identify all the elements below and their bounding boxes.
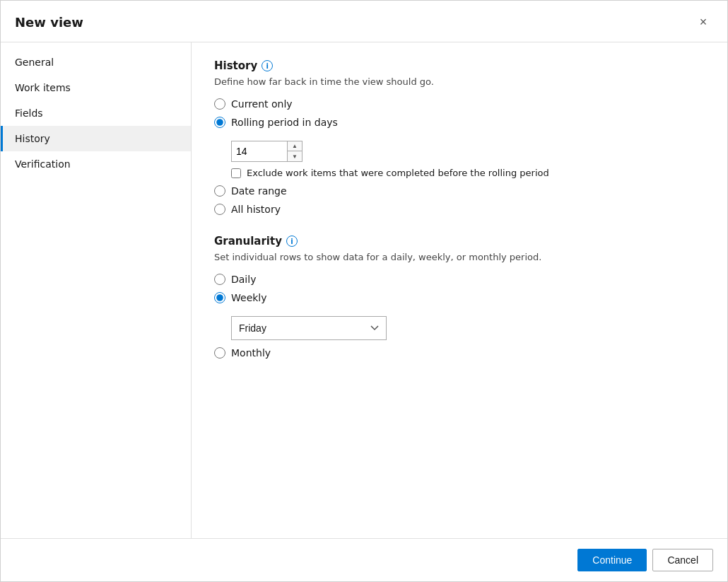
history-option-allhistory[interactable]: All history [214, 204, 705, 215]
exclude-label: Exclude work items that were completed b… [247, 168, 549, 178]
granularity-title: Granularity i [214, 235, 705, 248]
history-label-allhistory: All history [231, 204, 281, 215]
history-radio-rolling[interactable] [214, 117, 225, 128]
dialog-body: GeneralWork itemsFieldsHistoryVerificati… [1, 42, 727, 538]
history-radio-daterange[interactable] [214, 185, 225, 197]
cancel-button[interactable]: Cancel [652, 549, 713, 571]
sidebar-item-work-items[interactable]: Work items [1, 75, 191, 100]
granularity-option-daily[interactable]: Daily [214, 274, 705, 285]
continue-button[interactable]: Continue [577, 549, 647, 571]
history-radio-current[interactable] [214, 98, 225, 110]
history-radio-allhistory[interactable] [214, 204, 225, 215]
granularity-radio-weekly[interactable] [214, 292, 225, 303]
history-title: History i [214, 59, 705, 72]
rolling-sub: ▲ ▼ Exclude work items that were complet… [231, 141, 705, 178]
sidebar-item-fields[interactable]: Fields [1, 100, 191, 126]
history-section: History i Define how far back in time th… [214, 59, 705, 215]
history-info-icon[interactable]: i [262, 60, 273, 71]
granularity-options: Daily Weekly Sunday Monday Tuesday Wed [214, 274, 705, 359]
weekly-sub: Sunday Monday Tuesday Wednesday Thursday… [231, 316, 705, 340]
dialog-header: New view × [1, 1, 727, 42]
granularity-label-monthly: Monthly [231, 347, 271, 359]
sidebar: GeneralWork itemsFieldsHistoryVerificati… [1, 42, 192, 538]
new-view-dialog: New view × GeneralWork itemsFieldsHistor… [0, 0, 728, 582]
history-description: Define how far back in time the view sho… [214, 76, 705, 87]
close-icon: × [700, 15, 708, 30]
history-option-current[interactable]: Current only [214, 98, 705, 110]
sidebar-item-history[interactable]: History [1, 126, 191, 151]
spinner-down[interactable]: ▼ [288, 151, 302, 161]
rolling-days-wrapper: ▲ ▼ [231, 141, 705, 162]
history-option-rolling[interactable]: Rolling period in days [214, 117, 705, 128]
exclude-option[interactable]: Exclude work items that were completed b… [231, 168, 705, 178]
history-label-current: Current only [231, 98, 293, 110]
sidebar-item-general[interactable]: General [1, 50, 191, 75]
granularity-radio-daily[interactable] [214, 274, 225, 285]
sidebar-item-verification[interactable]: Verification [1, 151, 191, 177]
granularity-section: Granularity i Set individual rows to sho… [214, 235, 705, 359]
dialog-footer: Continue Cancel [1, 538, 727, 581]
granularity-description: Set individual rows to show data for a d… [214, 252, 705, 262]
granularity-option-weekly[interactable]: Weekly [214, 292, 705, 303]
close-button[interactable]: × [693, 12, 713, 32]
exclude-checkbox[interactable] [231, 168, 241, 178]
granularity-info-icon[interactable]: i [286, 235, 298, 247]
history-label-rolling: Rolling period in days [231, 117, 338, 128]
history-options: Current only Rolling period in days ▲ [214, 98, 705, 215]
granularity-label-weekly: Weekly [231, 292, 267, 303]
spinner-buttons: ▲ ▼ [288, 141, 303, 162]
granularity-radio-monthly[interactable] [214, 347, 225, 359]
granularity-option-monthly[interactable]: Monthly [214, 347, 705, 359]
spinner-up[interactable]: ▲ [288, 141, 302, 151]
history-option-daterange[interactable]: Date range [214, 185, 705, 197]
history-label-daterange: Date range [231, 185, 287, 197]
dialog-title: New view [15, 15, 83, 30]
weekly-day-select[interactable]: Sunday Monday Tuesday Wednesday Thursday… [231, 316, 387, 340]
rolling-days-input[interactable] [231, 141, 288, 162]
granularity-label-daily: Daily [231, 274, 256, 285]
content-area: History i Define how far back in time th… [192, 42, 727, 538]
